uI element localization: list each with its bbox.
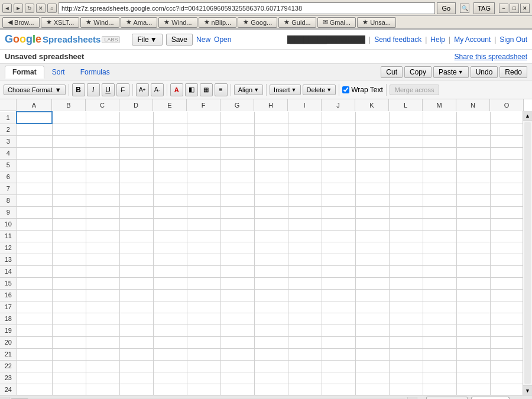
cell-C11[interactable] xyxy=(86,230,119,242)
cell-O7[interactable] xyxy=(490,183,523,194)
cell-C22[interactable] xyxy=(86,360,119,372)
cell-B7[interactable] xyxy=(52,183,86,194)
cell-E21[interactable] xyxy=(153,348,187,360)
cell-O24[interactable] xyxy=(490,384,523,395)
cell-I10[interactable] xyxy=(288,218,322,230)
cell-D20[interactable] xyxy=(119,336,153,348)
wrap-text-checkbox[interactable]: Wrap Text xyxy=(342,86,383,94)
cell-C1[interactable] xyxy=(86,112,119,124)
home-button[interactable]: ⌂ xyxy=(47,4,57,13)
cell-H6[interactable] xyxy=(254,171,288,183)
cell-F3[interactable] xyxy=(187,135,220,147)
cell-C10[interactable] xyxy=(86,218,119,230)
cell-K6[interactable] xyxy=(355,171,389,183)
cell-H24[interactable] xyxy=(254,384,288,395)
cell-E19[interactable] xyxy=(153,325,187,336)
cell-A19[interactable] xyxy=(17,325,52,336)
cell-N19[interactable] xyxy=(456,325,490,336)
italic-button[interactable]: I xyxy=(87,83,100,96)
cell-E18[interactable] xyxy=(153,313,187,325)
cell-A24[interactable] xyxy=(17,384,52,395)
cell-A1[interactable] xyxy=(17,112,52,124)
cell-K10[interactable] xyxy=(355,218,389,230)
cell-J13[interactable] xyxy=(322,254,355,265)
cell-A20[interactable] xyxy=(17,336,52,348)
cell-A12[interactable] xyxy=(17,242,52,254)
scroll-left-button[interactable]: ◄ xyxy=(0,397,9,400)
scroll-down-button[interactable]: ▼ xyxy=(523,385,532,395)
minimize-button[interactable]: − xyxy=(499,4,508,13)
cell-N4[interactable] xyxy=(456,147,490,159)
cell-A22[interactable] xyxy=(17,360,52,372)
cell-B12[interactable] xyxy=(52,242,86,254)
cell-E3[interactable] xyxy=(153,135,187,147)
open-link[interactable]: Open xyxy=(214,35,231,44)
window-close-button[interactable]: ✕ xyxy=(520,4,530,13)
cell-K20[interactable] xyxy=(355,336,389,348)
cell-B15[interactable] xyxy=(52,277,86,289)
cell-I22[interactable] xyxy=(288,360,322,372)
cell-K14[interactable] xyxy=(355,265,389,277)
cell-B8[interactable] xyxy=(52,194,86,206)
back-button[interactable]: ◄ xyxy=(2,4,12,13)
cell-O23[interactable] xyxy=(490,372,523,384)
cell-M6[interactable] xyxy=(423,171,456,183)
cell-O19[interactable] xyxy=(490,325,523,336)
cell-G14[interactable] xyxy=(220,265,254,277)
cell-H11[interactable] xyxy=(254,230,288,242)
cell-C8[interactable] xyxy=(86,194,119,206)
cell-L13[interactable] xyxy=(389,254,423,265)
cell-H22[interactable] xyxy=(254,360,288,372)
cell-L3[interactable] xyxy=(389,135,423,147)
send-feedback-link[interactable]: Send feedback xyxy=(374,35,421,44)
cell-G1[interactable] xyxy=(220,112,254,124)
cell-I18[interactable] xyxy=(288,313,322,325)
cell-B2[interactable] xyxy=(52,124,86,135)
cell-L4[interactable] xyxy=(389,147,423,159)
cell-G24[interactable] xyxy=(220,384,254,395)
cell-J10[interactable] xyxy=(322,218,355,230)
cell-O18[interactable] xyxy=(490,313,523,325)
cell-D2[interactable] xyxy=(119,124,153,135)
cell-D19[interactable] xyxy=(119,325,153,336)
cell-H2[interactable] xyxy=(254,124,288,135)
cell-M20[interactable] xyxy=(423,336,456,348)
cell-K16[interactable] xyxy=(355,289,389,301)
cell-N17[interactable] xyxy=(456,301,490,313)
cell-M15[interactable] xyxy=(423,277,456,289)
cell-I15[interactable] xyxy=(288,277,322,289)
cell-E11[interactable] xyxy=(153,230,187,242)
cell-K2[interactable] xyxy=(355,124,389,135)
cell-H18[interactable] xyxy=(254,313,288,325)
cell-E22[interactable] xyxy=(153,360,187,372)
cell-K1[interactable] xyxy=(355,112,389,124)
cell-I17[interactable] xyxy=(288,301,322,313)
cell-M12[interactable] xyxy=(423,242,456,254)
cell-B13[interactable] xyxy=(52,254,86,265)
cell-I19[interactable] xyxy=(288,325,322,336)
cell-J15[interactable] xyxy=(322,277,355,289)
cell-H23[interactable] xyxy=(254,372,288,384)
cell-J3[interactable] xyxy=(322,135,355,147)
cell-L16[interactable] xyxy=(389,289,423,301)
cell-C19[interactable] xyxy=(86,325,119,336)
cell-N8[interactable] xyxy=(456,194,490,206)
cell-M8[interactable] xyxy=(423,194,456,206)
font-size-down-button[interactable]: A- xyxy=(151,83,164,96)
cell-N20[interactable] xyxy=(456,336,490,348)
align-dropdown[interactable]: Align ▼ xyxy=(234,85,263,95)
undo-button[interactable]: Undo xyxy=(471,66,498,78)
cell-N5[interactable] xyxy=(456,159,490,171)
cell-A11[interactable] xyxy=(17,230,52,242)
cell-L19[interactable] xyxy=(389,325,423,336)
cell-C16[interactable] xyxy=(86,289,119,301)
cell-I6[interactable] xyxy=(288,171,322,183)
cell-J23[interactable] xyxy=(322,372,355,384)
cell-L18[interactable] xyxy=(389,313,423,325)
cell-B3[interactable] xyxy=(52,135,86,147)
cell-C17[interactable] xyxy=(86,301,119,313)
cell-C13[interactable] xyxy=(86,254,119,265)
cell-L9[interactable] xyxy=(389,206,423,218)
cell-D16[interactable] xyxy=(119,289,153,301)
cell-L8[interactable] xyxy=(389,194,423,206)
